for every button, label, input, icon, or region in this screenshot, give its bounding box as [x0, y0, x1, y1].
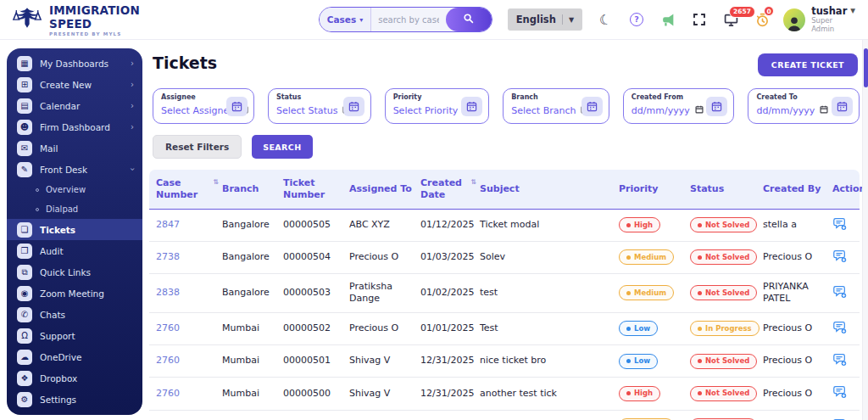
sidebar-item-create-new[interactable]: ⊞ Create New › — [7, 74, 142, 95]
ticket-number-cell: 00000500 — [283, 388, 346, 400]
dropbox-icon: ❖ — [17, 371, 32, 386]
sidebar-item-chats[interactable]: ✆ Chats — [7, 304, 142, 325]
sort-icon[interactable]: ⇅ — [213, 178, 219, 187]
chats-icon: ✆ — [17, 307, 32, 322]
dark-mode-icon[interactable]: ☾ — [596, 10, 615, 29]
sidebar-item-settings[interactable]: ⚙ Settings — [7, 389, 142, 410]
priority-badge: Medium — [619, 285, 674, 300]
calendar-button[interactable] — [581, 97, 603, 116]
created-by-cell: Precious O — [763, 251, 829, 263]
sort-icon[interactable]: ⇅ — [470, 178, 476, 187]
calendar-button[interactable] — [461, 97, 482, 116]
add-comment-icon[interactable] — [832, 284, 847, 299]
table-row: 2738 Bangalore 00000504 Precious O 01/03… — [149, 242, 860, 274]
branch-cell: Mumbai — [222, 355, 280, 367]
filter-status[interactable]: Status ▾ Select Status — [268, 88, 371, 124]
filter-created-from[interactable]: Created From ▾ dd/mm/yyyy — [623, 88, 735, 124]
sidebar-item-zoom-meeting[interactable]: ◉ Zoom Meeting — [7, 283, 142, 304]
calendar-button[interactable] — [343, 97, 364, 116]
monitor-badge: 2657 — [729, 6, 755, 18]
scrollbar-thumb[interactable] — [864, 48, 868, 87]
search-category-dropdown[interactable]: Cases ▾ — [320, 8, 371, 31]
calendar-button[interactable] — [832, 97, 853, 116]
help-icon[interactable]: ? — [627, 10, 646, 29]
filter-assignee[interactable]: Assignee ▾ Select Assignee — [153, 88, 254, 124]
case-number-link[interactable]: 2760 — [156, 388, 180, 399]
sidebar-subitem-overview[interactable]: Overview — [7, 180, 142, 199]
zoom-meeting-icon: ◉ — [17, 286, 32, 301]
table-row: 2847 Bangalore 00000505 ABC XYZ 01/12/20… — [149, 210, 860, 242]
brand-name: IMMIGRATION SPEED — [49, 3, 161, 31]
filter-priority[interactable]: Priority ▾ Select Priority — [385, 88, 490, 124]
sidebar-item-firm-dashboard[interactable]: ☻ Firm Dashboard › — [7, 116, 142, 137]
announcements-icon[interactable] — [659, 10, 677, 29]
create-ticket-button[interactable]: CREATE TICKET — [758, 53, 858, 76]
filter-created-to[interactable]: Created To ▾ dd/mm/yyyy — [748, 88, 860, 124]
sidebar-item-mail[interactable]: ✉ Mail — [7, 137, 142, 159]
created-by-cell: PRIYANKA PATEL — [763, 281, 829, 305]
firm-dashboard-icon: ☻ — [17, 120, 32, 135]
sidebar-item-tickets[interactable]: ❏ Tickets — [7, 219, 142, 240]
search-filters-button[interactable]: SEARCH — [252, 135, 312, 159]
branch-cell: Bangalore — [222, 251, 280, 263]
case-number-link[interactable]: 2738 — [156, 251, 180, 262]
top-header: IMMIGRATION SPEED PRESENTED BY MYLS Case… — [0, 0, 868, 40]
search-input[interactable] — [371, 15, 445, 25]
created-date-cell: 01/12/2025 — [420, 219, 476, 231]
filter-branch[interactable]: Branch ▾ Select Branch — [503, 88, 609, 124]
language-selector[interactable]: English ▼ — [508, 8, 582, 31]
monitor-icon[interactable]: 2657 — [721, 10, 740, 29]
ticket-number-cell: 00000505 — [283, 219, 346, 231]
case-number-link[interactable]: 2847 — [156, 219, 180, 230]
sidebar-item-onedrive[interactable]: ☁ OneDrive — [7, 346, 142, 367]
sidebar-subitem-dialpad[interactable]: Dialpad — [7, 199, 142, 219]
table-row: 2760 Mumbai 00000500 Shivag V 12/31/2025… — [149, 378, 860, 410]
date-picker-native-icon[interactable] — [820, 105, 828, 114]
page-scrollbar[interactable] — [862, 40, 868, 420]
sidebar-item-calendar[interactable]: ▤ Calendar › — [7, 95, 142, 116]
created-by-cell: Precious O — [763, 355, 829, 367]
add-comment-icon[interactable] — [832, 384, 847, 399]
tickets-table: Case Number ⇅ Branch ⇅ Ticket Number ⇅ A… — [149, 170, 860, 420]
chevron-icon: › — [131, 101, 134, 110]
brand-logo[interactable]: IMMIGRATION SPEED PRESENTED BY MYLS — [12, 3, 161, 36]
sidebar-item-support[interactable]: Ω Support — [7, 325, 142, 346]
search-submit-button[interactable] — [446, 8, 492, 31]
reset-filters-button[interactable]: Reset Filters — [153, 135, 242, 159]
add-comment-icon[interactable] — [832, 352, 847, 367]
user-menu[interactable]: tushar ▼ Super Admin — [783, 6, 856, 34]
table-row: 2760 Mumbai 00000499 Shivaaa Vijay 12/31… — [149, 411, 860, 420]
ticket-number-cell: 00000504 — [283, 251, 346, 263]
priority-badge: Medium — [619, 249, 674, 265]
status-badge: Not Solved — [690, 354, 757, 369]
calendar-button[interactable] — [706, 97, 727, 116]
assigned-to-cell: Precious O — [349, 251, 417, 263]
front-desk-icon: ✎ — [17, 162, 32, 177]
add-comment-icon[interactable] — [832, 216, 847, 231]
branch-cell: Mumbai — [222, 322, 280, 334]
add-comment-icon[interactable] — [832, 249, 847, 263]
sidebar-item-my-dashboards[interactable]: ▦ My Dashboards › — [7, 53, 142, 74]
fullscreen-icon[interactable] — [690, 10, 709, 29]
created-date-cell: 01/01/2025 — [420, 322, 476, 334]
created-by-cell: Precious O — [763, 388, 829, 400]
calendar-button[interactable] — [226, 97, 248, 116]
column-header-branch: Branch ⇅ — [222, 183, 280, 195]
ticket-number-cell: 00000503 — [283, 287, 346, 299]
date-picker-native-icon[interactable] — [695, 105, 704, 114]
case-number-link[interactable]: 2760 — [156, 355, 180, 366]
column-header-subject: Subject ⇅ — [480, 183, 615, 195]
case-number-link[interactable]: 2838 — [156, 287, 180, 298]
column-header-created-date: Created Date ⇅ — [420, 177, 476, 201]
bullet-icon — [36, 208, 39, 211]
sidebar-item-dropbox[interactable]: ❖ Dropbox — [7, 367, 142, 389]
chevron-down-icon: ▾ — [359, 16, 363, 24]
sidebar-item-quick-links[interactable]: ⧉ Quick Links — [7, 261, 142, 283]
case-number-link[interactable]: 2760 — [156, 322, 180, 333]
add-comment-icon[interactable] — [832, 417, 847, 420]
add-comment-icon[interactable] — [832, 320, 847, 334]
assigned-to-cell: Shivag V — [349, 388, 417, 400]
sidebar-item-front-desk[interactable]: ✎ Front Desk › — [7, 159, 142, 180]
timer-icon[interactable]: 0 — [753, 10, 771, 29]
sidebar-item-audit[interactable]: ❐ Audit — [7, 240, 142, 261]
